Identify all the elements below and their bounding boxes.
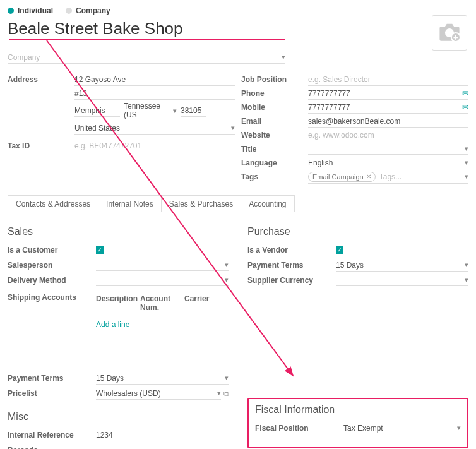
email-input[interactable]: sales@bakersonBeale.com: [308, 116, 468, 128]
fiscal-heading: Fiscal Information: [255, 404, 461, 416]
sms-icon[interactable]: ✉: [462, 103, 468, 112]
chevron-down-icon: ▾: [282, 53, 285, 62]
radio-company[interactable]: Company: [66, 6, 110, 15]
address-label: Address: [8, 75, 74, 84]
fiscal-position-select[interactable]: Tax Exempt▾: [343, 422, 461, 434]
tag-chip[interactable]: Email Campaign✕: [308, 172, 376, 182]
tab-sales-purchases[interactable]: Sales & Purchases: [162, 196, 241, 212]
contact-type-radios: Individual Company: [8, 6, 468, 15]
is-customer-label: Is a Customer: [8, 246, 96, 254]
radio-individual-label: Individual: [18, 6, 53, 15]
is-vendor-label: Is a Vendor: [247, 246, 336, 254]
mobile-input[interactable]: 7777777777✉: [308, 102, 468, 114]
is-customer-checkbox[interactable]: ✓: [96, 246, 104, 254]
radio-company-label: Company: [76, 6, 110, 15]
tab-contacts[interactable]: Contacts & Addresses: [8, 196, 98, 212]
salesperson-select[interactable]: ▾: [96, 260, 229, 271]
purchase-section: Purchase Is a Vendor ✓ Payment Terms 15 …: [247, 221, 468, 449]
info-column: Job Position e.g. Sales Director Phone 7…: [241, 73, 468, 184]
job-label: Job Position: [241, 75, 308, 84]
is-vendor-checkbox[interactable]: ✓: [336, 246, 343, 254]
contact-name-input[interactable]: Beale Street Bake Shop: [8, 19, 285, 40]
internal-ref-label: Internal Reference: [8, 431, 96, 440]
remove-tag-icon[interactable]: ✕: [366, 173, 371, 180]
company-select[interactable]: Company ▾: [8, 51, 285, 64]
supplier-currency-label: Supplier Currency: [247, 276, 336, 285]
external-link-icon[interactable]: ⧉: [223, 390, 229, 398]
zip-input[interactable]: 38105: [181, 105, 206, 117]
sales-payment-terms-select[interactable]: 15 Days▾: [96, 373, 229, 385]
phone-input[interactable]: 7777777777✉: [308, 88, 468, 100]
delivery-select[interactable]: ▾: [96, 275, 229, 286]
tags-label: Tags: [241, 172, 308, 181]
barcode-input[interactable]: [96, 445, 229, 449]
website-input[interactable]: e.g. www.odoo.com: [308, 129, 468, 141]
fiscal-section: Fiscal Information Fiscal Position Tax E…: [247, 398, 468, 448]
language-select[interactable]: English▾: [308, 157, 468, 169]
pricelist-label: Pricelist: [8, 389, 96, 398]
pricelist-select[interactable]: Wholesalers (USD)▾: [96, 388, 221, 400]
tab-accounting[interactable]: Accounting: [241, 196, 294, 212]
mobile-label: Mobile: [241, 103, 308, 112]
tabs: Contacts & Addresses Internal Notes Sale…: [8, 195, 295, 212]
title-select[interactable]: ▾: [308, 143, 468, 155]
job-input[interactable]: e.g. Sales Director: [308, 74, 468, 86]
tags-input[interactable]: Email Campaign✕ Tags... ▾: [308, 171, 468, 184]
email-label: Email: [241, 117, 308, 126]
internal-ref-input[interactable]: 1234: [96, 429, 229, 441]
phone-label: Phone: [241, 89, 308, 98]
image-upload[interactable]: [432, 15, 467, 51]
title-label: Title: [241, 145, 308, 153]
taxid-label: Tax ID: [8, 141, 74, 150]
col-description: Description: [96, 294, 140, 312]
website-label: Website: [241, 131, 308, 140]
salesperson-label: Salesperson: [8, 261, 96, 270]
barcode-label: Barcode: [8, 446, 96, 449]
radio-individual[interactable]: Individual: [8, 6, 53, 15]
annotation-underline: [9, 39, 285, 40]
street2-input[interactable]: #13: [74, 88, 235, 100]
col-carrier: Carrier: [184, 294, 229, 312]
supplier-currency-select[interactable]: ▾: [336, 275, 468, 286]
camera-plus-icon: [439, 23, 460, 42]
tab-internal-notes[interactable]: Internal Notes: [98, 196, 162, 212]
delivery-label: Delivery Method: [8, 276, 96, 285]
fiscal-position-label: Fiscal Position: [255, 424, 343, 433]
sales-heading: Sales: [8, 226, 229, 237]
sales-section: Sales Is a Customer ✓ Salesperson ▾ Deli…: [8, 221, 229, 449]
sales-payment-terms-label: Payment Terms: [8, 374, 96, 383]
state-select[interactable]: Tennessee (US▾: [124, 100, 177, 121]
shipping-table-header: Description Account Num. Carrier: [96, 290, 229, 316]
shipping-label: Shipping Accounts: [8, 288, 96, 302]
street-input[interactable]: 12 Gayoso Ave: [74, 74, 235, 86]
add-line-link[interactable]: Add a line: [96, 316, 229, 333]
sms-icon[interactable]: ✉: [462, 89, 468, 98]
taxid-input[interactable]: e.g. BE0477472701: [74, 140, 235, 152]
city-input[interactable]: Memphis: [74, 105, 120, 117]
purchase-payment-terms-select[interactable]: 15 Days▾: [336, 260, 468, 272]
address-column: Address 12 Gayoso Ave #13 Memphis Tennes…: [8, 73, 235, 184]
company-placeholder: Company: [8, 53, 40, 62]
purchase-payment-terms-label: Payment Terms: [247, 261, 336, 270]
purchase-heading: Purchase: [247, 226, 468, 237]
tags-placeholder: Tags...: [379, 172, 402, 181]
col-account-num: Account Num.: [140, 294, 184, 312]
language-label: Language: [241, 159, 308, 167]
country-select[interactable]: United States▾: [74, 123, 235, 135]
misc-heading: Misc: [8, 411, 229, 422]
